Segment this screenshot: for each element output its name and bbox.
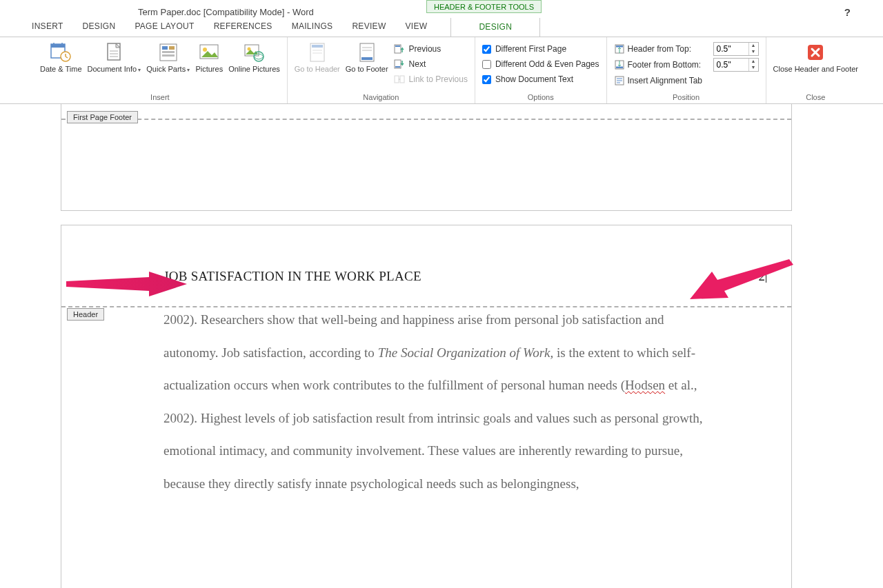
tab-mailings[interactable]: MAILINGS bbox=[282, 17, 343, 37]
different-first-page-checkbox[interactable]: Different First Page bbox=[479, 41, 602, 57]
goto-footer-label: Go to Footer bbox=[346, 65, 388, 74]
svg-rect-36 bbox=[400, 76, 404, 83]
group-navigation: Go to Header Go to Footer Previous Next bbox=[288, 37, 475, 103]
svg-rect-39 bbox=[616, 45, 623, 48]
quick-parts-icon bbox=[157, 41, 179, 63]
running-head[interactable]: JOB SATISFACTION IN THE WORK PLACE bbox=[163, 269, 421, 284]
close-header-footer-button[interactable]: Close Header and Footer bbox=[771, 40, 862, 74]
page-number-field[interactable]: 2 bbox=[759, 269, 767, 284]
header-tag: Header bbox=[67, 308, 104, 321]
footer-from-bottom-spinner[interactable]: ▲▼ bbox=[713, 58, 759, 72]
goto-header-label: Go to Header bbox=[295, 65, 340, 74]
document-info-icon bbox=[103, 41, 125, 63]
pictures-label: Pictures bbox=[195, 65, 223, 74]
group-position: Header from Top: ▲▼ Footer from Bottom: … bbox=[607, 37, 766, 103]
spinner-down-icon[interactable]: ▼ bbox=[749, 65, 758, 71]
tab-review[interactable]: REVIEW bbox=[342, 17, 395, 37]
svg-rect-1 bbox=[51, 44, 65, 48]
help-icon[interactable]: ? bbox=[844, 6, 851, 18]
text-cursor bbox=[766, 269, 766, 283]
group-close: Close Header and Footer Close bbox=[766, 37, 866, 103]
ribbon-tabs: INSERT DESIGN PAGE LAYOUT REFERENCES MAI… bbox=[0, 17, 883, 37]
group-insert: Date & Time Document Info Quick Parts Pi… bbox=[33, 37, 288, 103]
pictures-button[interactable]: Pictures bbox=[192, 40, 226, 74]
goto-header-icon bbox=[306, 41, 328, 63]
online-pictures-label: Online Pictures bbox=[228, 65, 280, 74]
next-icon bbox=[394, 59, 405, 70]
body-text[interactable]: 2002). Researchers show that well-being … bbox=[163, 303, 708, 500]
tab-view[interactable]: VIEW bbox=[396, 17, 437, 37]
title-bar: Term Paper.doc [Compatibility Mode] - Wo… bbox=[0, 0, 883, 17]
previous-icon bbox=[394, 43, 405, 54]
spinner-down-icon[interactable]: ▼ bbox=[749, 49, 758, 55]
footer-from-bottom-label: Footer from Bottom: bbox=[628, 60, 709, 70]
group-options-label: Options bbox=[479, 92, 602, 103]
footer-boundary bbox=[61, 119, 791, 120]
show-document-text-label: Show Document Text bbox=[495, 74, 573, 84]
svg-rect-28 bbox=[361, 57, 373, 60]
first-page-footer-tag: First Page Footer bbox=[67, 111, 138, 123]
svg-rect-14 bbox=[162, 51, 175, 53]
insert-alignment-tab-button[interactable]: Insert Alignment Tab bbox=[611, 72, 762, 88]
alignment-tab-icon bbox=[614, 75, 625, 86]
svg-rect-42 bbox=[616, 66, 623, 68]
page-1[interactable]: First Page Footer bbox=[61, 104, 792, 211]
spinner-up-icon[interactable]: ▲ bbox=[749, 59, 758, 65]
tab-insert[interactable]: INSERT bbox=[22, 17, 73, 37]
svg-rect-32 bbox=[395, 45, 400, 47]
document-info-label: Document Info bbox=[88, 65, 141, 74]
header-from-top-spinner[interactable]: ▲▼ bbox=[713, 42, 759, 56]
body-text-line: 2002). Researchers show that well-being … bbox=[163, 312, 582, 327]
footer-from-bottom-row: Footer from Bottom: ▲▼ bbox=[611, 57, 762, 72]
different-odd-even-input[interactable] bbox=[482, 60, 491, 69]
link-previous-label: Link to Previous bbox=[409, 74, 468, 84]
footer-position-icon bbox=[614, 59, 625, 70]
calendar-icon bbox=[50, 41, 72, 63]
tab-page-layout[interactable]: PAGE LAYOUT bbox=[125, 17, 204, 37]
svg-rect-34 bbox=[395, 66, 400, 68]
document-area: First Page Footer JOB SATISFACTION IN TH… bbox=[28, 104, 855, 588]
group-options: Different First Page Different Odd & Eve… bbox=[475, 37, 607, 103]
group-position-label: Position bbox=[611, 92, 762, 103]
different-first-page-input[interactable] bbox=[482, 45, 491, 54]
svg-point-17 bbox=[203, 48, 207, 52]
online-pictures-button[interactable]: Online Pictures bbox=[226, 40, 283, 74]
different-odd-even-label: Different Odd & Even Pages bbox=[495, 59, 599, 69]
body-text-italic: Work, bbox=[523, 345, 553, 360]
close-header-footer-label: Close Header and Footer bbox=[773, 65, 859, 74]
link-previous-button: Link to Previous bbox=[391, 72, 470, 87]
page-number-value: 2 bbox=[759, 269, 766, 283]
goto-footer-icon bbox=[356, 41, 378, 63]
header-from-top-input[interactable] bbox=[714, 43, 748, 55]
tab-references[interactable]: REFERENCES bbox=[204, 17, 282, 37]
quick-parts-label: Quick Parts bbox=[146, 65, 190, 74]
quick-parts-button[interactable]: Quick Parts bbox=[143, 40, 192, 74]
date-time-button[interactable]: Date & Time bbox=[37, 40, 85, 74]
footer-from-bottom-input[interactable] bbox=[714, 59, 748, 71]
different-odd-even-checkbox[interactable]: Different Odd & Even Pages bbox=[479, 57, 602, 72]
tab-design-context[interactable]: DESIGN bbox=[450, 18, 540, 37]
show-document-text-input[interactable] bbox=[482, 75, 491, 84]
close-icon bbox=[804, 41, 826, 63]
header-from-top-row: Header from Top: ▲▼ bbox=[611, 41, 762, 57]
body-text-line: fulfillment of personal human needs ( bbox=[428, 378, 626, 392]
previous-button[interactable]: Previous bbox=[391, 41, 470, 57]
date-time-label: Date & Time bbox=[40, 65, 82, 74]
group-navigation-label: Navigation bbox=[292, 92, 470, 103]
body-text-line: because they directly satisfy innate psy… bbox=[163, 476, 579, 491]
body-text-line: intimacy, and community involvement. The… bbox=[219, 443, 683, 458]
svg-rect-12 bbox=[162, 46, 168, 50]
svg-rect-24 bbox=[312, 45, 323, 48]
previous-label: Previous bbox=[409, 44, 442, 54]
show-document-text-checkbox[interactable]: Show Document Text bbox=[479, 72, 602, 87]
page-2[interactable]: JOB SATISFACTION IN THE WORK PLACE 2 Hea… bbox=[61, 225, 792, 588]
online-pictures-icon bbox=[243, 41, 265, 63]
header-content[interactable]: JOB SATISFACTION IN THE WORK PLACE 2 bbox=[163, 269, 766, 284]
document-info-button[interactable]: Document Info bbox=[85, 40, 144, 74]
ribbon: Date & Time Document Info Quick Parts Pi… bbox=[0, 37, 883, 104]
next-button[interactable]: Next bbox=[391, 57, 470, 72]
goto-footer-button[interactable]: Go to Footer bbox=[343, 40, 391, 74]
tab-design[interactable]: DESIGN bbox=[73, 17, 126, 37]
spelling-error[interactable]: Hodsen bbox=[625, 378, 665, 392]
spinner-up-icon[interactable]: ▲ bbox=[749, 43, 758, 49]
